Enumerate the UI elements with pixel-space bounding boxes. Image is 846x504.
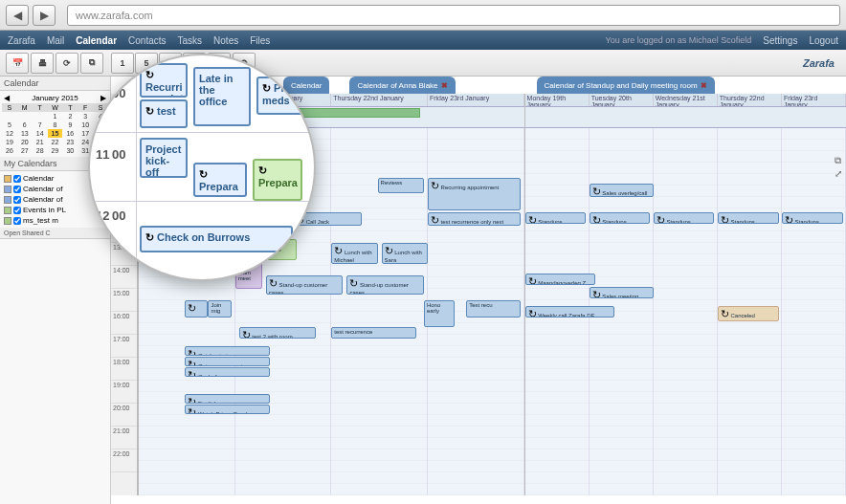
new-button[interactable]: 📅 — [6, 53, 29, 74]
event[interactable]: ↻ Stand-up customer cases — [346, 275, 424, 295]
month-label: January 2015 — [32, 94, 78, 102]
time-slot: 18:00 — [111, 358, 137, 381]
event[interactable]: ↻ Prepara — [193, 163, 247, 197]
menu-tasks[interactable]: Tasks — [178, 35, 203, 46]
mini-cal-day[interactable]: 8 — [48, 121, 63, 129]
event[interactable]: Join mtg — [208, 300, 231, 318]
mini-cal-day[interactable]: 20 — [17, 138, 33, 146]
day-header: Wednesday 21st January — [654, 94, 718, 106]
mini-cal-day[interactable]: 14 — [33, 129, 48, 138]
event[interactable]: ↻ Cook diner — [185, 367, 270, 377]
day-header: Monday 19th January — [525, 94, 590, 106]
tab-anna[interactable]: Calendar of Anna Blake✖ — [349, 77, 455, 94]
event[interactable]: ↻ Standups — [654, 212, 715, 224]
expand-icon[interactable]: ⤢ — [835, 168, 842, 179]
event[interactable]: ↻ Get some groceries — [185, 357, 270, 366]
mini-cal-day[interactable] — [2, 112, 17, 121]
settings-link[interactable]: Settings — [763, 35, 797, 46]
event[interactable]: ↻ Standups — [718, 212, 779, 224]
event[interactable]: ↻ Stand-up customer cases — [266, 275, 344, 295]
mini-cal-day[interactable]: 6 — [17, 121, 33, 129]
mini-cal-day[interactable]: 12 — [2, 129, 17, 138]
event[interactable]: Late in the office — [193, 67, 251, 126]
event[interactable]: ↻ Recurri appoint — [140, 63, 188, 98]
mini-cal-day[interactable]: 16 — [62, 129, 78, 138]
event[interactable]: ↻ Weekly call Zarafa DE — [525, 306, 615, 318]
logout-link[interactable]: Logout — [809, 35, 838, 46]
back-button[interactable]: ◀ — [6, 5, 29, 26]
mini-cal-day[interactable]: 17 — [78, 129, 93, 138]
event[interactable]: Hono early — [424, 300, 455, 327]
mini-cal-day[interactable]: 10 — [78, 121, 93, 129]
event[interactable]: ↻ Sales meeting — [590, 287, 654, 298]
event[interactable]: ↻ Catch a train — [185, 346, 270, 356]
event[interactable]: Reviews — [378, 178, 424, 193]
tab-calendar[interactable]: Calendar — [283, 77, 329, 94]
mini-cal-day[interactable]: 23 — [62, 138, 78, 146]
event[interactable]: ↻ Standups — [590, 212, 651, 224]
close-icon[interactable]: ✖ — [441, 81, 448, 90]
close-icon[interactable]: ✖ — [701, 81, 707, 90]
toolbar: 📅 🖶 ⟳ ⧉ 1 5 7 31 ☰ ⚙ Zarafa — [0, 50, 846, 77]
mini-cal-day[interactable]: 19 — [2, 138, 17, 146]
mini-cal-day[interactable]: 9 — [62, 121, 78, 129]
menu-calendar[interactable]: Calendar — [76, 35, 117, 46]
event[interactable]: ↻ Lunch with Michael — [331, 243, 377, 264]
refresh-button[interactable]: ⟳ — [56, 53, 78, 74]
mini-cal-day[interactable]: 27 — [17, 146, 33, 155]
event[interactable]: ↻ Recurring appointment — [428, 178, 521, 210]
event[interactable]: ↻ Lunch with Sara — [382, 243, 428, 264]
forward-button[interactable]: ▶ — [33, 5, 56, 26]
menu-contacts[interactable]: Contacts — [128, 35, 166, 46]
event[interactable]: ↻ Check on Burrows — [140, 226, 293, 252]
open-shared[interactable]: Open Shared C — [0, 228, 110, 239]
event[interactable]: ↻ Maandagoverleg Z — [525, 274, 596, 285]
menu-files[interactable]: Files — [250, 35, 270, 46]
mini-cal-day[interactable]: 15 — [48, 129, 63, 138]
mini-cal-day[interactable]: 30 — [62, 146, 78, 155]
calendar-item[interactable]: ms_test m — [4, 215, 106, 226]
sidebar-title: Calendar — [0, 77, 110, 91]
event[interactable]: ↻ Prepara — [253, 159, 302, 201]
menu-zarafa[interactable]: Zarafa — [8, 35, 35, 46]
mini-cal-day[interactable]: 2 — [62, 112, 78, 121]
event[interactable]: Project kick-off — [140, 138, 188, 178]
menu-notes[interactable]: Notes — [213, 35, 238, 46]
mini-cal-day[interactable]: 21 — [33, 138, 48, 146]
event[interactable]: ↻ test 2 with room — [239, 327, 317, 339]
mini-cal-day[interactable] — [17, 112, 33, 121]
event[interactable]: ↻ Standups — [525, 212, 587, 224]
mini-cal-day[interactable]: 1 — [48, 112, 63, 121]
event[interactable]: ↻ test — [140, 99, 188, 128]
menu-mail[interactable]: Mail — [47, 35, 64, 46]
view-day[interactable]: 1 — [111, 53, 134, 74]
event[interactable]: ↻ — [185, 300, 208, 318]
calendar-item[interactable]: Events in PL — [4, 205, 106, 215]
copy-button[interactable]: ⧉ — [80, 53, 103, 74]
event[interactable]: Test recu — [466, 300, 520, 318]
mini-cal-day[interactable]: 26 — [2, 146, 17, 155]
event[interactable]: ↻ Sales overleg/call — [590, 184, 654, 197]
event[interactable]: test recurrence — [331, 327, 416, 339]
copy-icon[interactable]: ⧉ — [835, 155, 842, 166]
print-button[interactable]: 🖶 — [31, 53, 54, 74]
tab-standup[interactable]: Calendar of Standup and Daily meeting ro… — [537, 77, 715, 94]
event[interactable]: ↻ Watch Prison Break — [185, 405, 270, 414]
event[interactable]: ↻ Do dishes — [185, 394, 270, 404]
mini-cal-day[interactable]: 29 — [48, 146, 63, 155]
top-menu: Zarafa Mail Calendar Contacts Tasks Note… — [0, 31, 846, 50]
next-month-icon[interactable]: ▶ — [100, 94, 106, 102]
event[interactable]: ↻ test recurrence only next — [428, 212, 521, 226]
day-header: Friday 23rd January — [428, 94, 524, 106]
event[interactable]: ↻ Standups — [782, 212, 843, 224]
mini-cal-day[interactable]: 28 — [33, 146, 48, 155]
mini-cal-day[interactable] — [33, 112, 48, 121]
mini-cal-day[interactable]: 13 — [17, 129, 33, 138]
event[interactable]: ↻ Canceled — [718, 306, 779, 321]
url-bar[interactable]: www.zarafa.com — [67, 5, 840, 26]
mini-cal-day[interactable]: 7 — [33, 121, 48, 129]
mini-cal-day[interactable]: 5 — [2, 121, 17, 129]
mini-cal-day[interactable]: 3 — [78, 112, 93, 121]
prev-month-icon[interactable]: ◀ — [4, 94, 10, 102]
mini-cal-day[interactable]: 22 — [48, 138, 63, 146]
